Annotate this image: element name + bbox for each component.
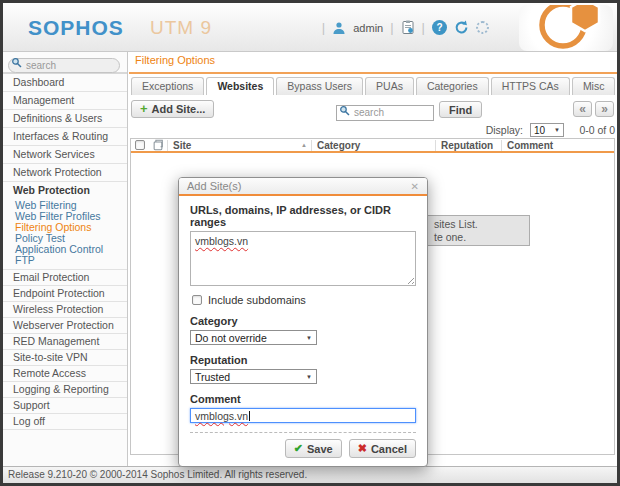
product-name: UTM 9 (150, 17, 212, 39)
reputation-label: Reputation (190, 354, 416, 366)
spinner-icon (476, 21, 489, 34)
sidebar-item-definitions-users[interactable]: Definitions & Users (3, 110, 127, 128)
add-site-button[interactable]: + Add Site... (131, 100, 214, 118)
sidebar-search-row (3, 52, 127, 74)
category-label: Category (190, 315, 416, 327)
sidebar-item-endpoint-protection[interactable]: Endpoint Protection (3, 286, 127, 302)
empty-state-line1: sites List. (434, 218, 529, 231)
sidebar-item-network-protection[interactable]: Network Protection (3, 164, 127, 182)
sidebar-item-logging-reporting[interactable]: Logging & Reporting (3, 382, 127, 398)
clipboard-icon[interactable] (148, 139, 167, 151)
tab-exceptions[interactable]: Exceptions (131, 77, 204, 95)
sidebar-search-input[interactable] (8, 58, 120, 73)
help-icon[interactable]: ? (432, 20, 447, 35)
sidebar-item-log-off[interactable]: Log off (3, 414, 127, 430)
header: SOPHOS UTM 9 | admin | | ? (3, 3, 617, 52)
header-actions: | admin | | ? (322, 3, 489, 52)
include-subdomains-label: Include subdomains (208, 294, 306, 306)
resize-handle[interactable] (407, 277, 414, 284)
tab-misc[interactable]: Misc (572, 77, 616, 95)
dropdown-arrow-icon: ▼ (554, 127, 560, 133)
sidebar: Dashboard Management Definitions & Users… (3, 52, 128, 466)
sidebar-item-interfaces-routing[interactable]: Interfaces & Routing (3, 128, 127, 146)
comment-value: vmblogs.vn (195, 410, 248, 422)
cancel-label: Cancel (371, 443, 407, 455)
accent-rule (129, 72, 617, 74)
search-icon (11, 57, 22, 68)
prev-page-button[interactable]: « (573, 101, 592, 117)
column-header-comment[interactable]: Comment (501, 140, 614, 151)
display-label: Display: (486, 124, 523, 136)
urls-label: URLs, domains, IP addresses, or CIDR ran… (190, 204, 416, 228)
table-search-input[interactable] (336, 105, 434, 121)
dialog-title: Add Site(s) (187, 180, 241, 192)
tab-bypass-users[interactable]: Bypass Users (276, 77, 363, 95)
tab-websites[interactable]: Websites (206, 77, 274, 95)
plus-icon: + (140, 104, 148, 114)
tab-puas[interactable]: PUAs (365, 77, 414, 95)
sidebar-item-ftp[interactable]: FTP (3, 255, 127, 266)
sidebar-item-webserver-protection[interactable]: Webserver Protection (3, 318, 127, 334)
tab-categories[interactable]: Categories (416, 77, 489, 95)
category-value: Do not override (195, 332, 267, 344)
select-all-checkbox[interactable] (135, 140, 145, 150)
sidebar-section-web-protection[interactable]: Web Protection (3, 182, 127, 200)
urls-textarea[interactable]: vmblogs.vn (190, 231, 416, 286)
user-icon (332, 21, 346, 35)
tab-https-cas[interactable]: HTTPS CAs (491, 77, 570, 95)
close-icon[interactable]: ✕ (411, 181, 419, 192)
result-range: 0-0 of 0 (571, 124, 615, 136)
column-header-reputation[interactable]: Reputation (435, 140, 501, 151)
empty-state-line2: te one. (434, 231, 529, 244)
sidebar-item-email-protection[interactable]: Email Protection (3, 270, 127, 286)
reputation-value: Trusted (195, 371, 230, 383)
search-icon (339, 105, 350, 116)
table-header-row: Site ▲ Category Reputation Comment (131, 139, 614, 153)
category-select[interactable]: Do not override ▼ (190, 330, 317, 345)
display-count-value: 10 (534, 125, 545, 136)
dialog-titlebar: Add Site(s) ✕ (179, 178, 427, 194)
check-icon: ✔ (294, 442, 303, 455)
divider: | (390, 20, 393, 35)
sidebar-item-support[interactable]: Support (3, 398, 127, 414)
sidebar-item-site-to-site-vpn[interactable]: Site-to-site VPN (3, 350, 127, 366)
include-subdomains-checkbox[interactable] (192, 295, 202, 305)
add-site-label: Add Site... (152, 103, 206, 115)
log-viewer-icon[interactable] (401, 20, 415, 35)
sidebar-item-remote-access[interactable]: Remote Access (3, 366, 127, 382)
refresh-icon[interactable] (454, 20, 469, 35)
sidebar-item-dashboard[interactable]: Dashboard (3, 74, 127, 92)
sophos-logo-text: SOPHOS (28, 16, 124, 40)
sophos-shield-logo (519, 5, 613, 51)
text-caret (249, 411, 250, 421)
column-header-category[interactable]: Category (311, 140, 435, 151)
comment-input[interactable]: vmblogs.vn (190, 408, 416, 423)
dropdown-arrow-icon: ▼ (306, 335, 312, 341)
release-info: Release 9.210-20 © 2000-2014 Sophos Limi… (8, 469, 307, 480)
column-header-site[interactable]: Site ▲ (167, 140, 311, 151)
add-site-dialog: Add Site(s) ✕ URLs, domains, IP addresse… (178, 177, 428, 467)
sidebar-item-red-management[interactable]: RED Management (3, 334, 127, 350)
page-title: Filtering Options (135, 54, 215, 66)
sidebar-item-network-services[interactable]: Network Services (3, 146, 127, 164)
find-button[interactable]: Find (439, 101, 482, 118)
sort-asc-icon: ▲ (301, 140, 307, 151)
dropdown-arrow-icon: ▼ (306, 374, 312, 380)
username: admin (353, 22, 383, 34)
web-protection-submenu: Web Filtering Web Filter Profiles Filter… (3, 200, 127, 270)
tab-bar: Exceptions Websites Bypass Users PUAs Ca… (131, 77, 615, 95)
sidebar-item-management[interactable]: Management (3, 92, 127, 110)
divider: | (422, 20, 425, 35)
sidebar-item-wireless-protection[interactable]: Wireless Protection (3, 302, 127, 318)
comment-label: Comment (190, 393, 416, 405)
save-button[interactable]: ✔ Save (285, 439, 342, 458)
display-count-select[interactable]: 10 ▼ (530, 123, 564, 137)
save-label: Save (307, 443, 333, 455)
status-bar: Release 9.210-20 © 2000-2014 Sophos Limi… (3, 466, 617, 483)
reputation-select[interactable]: Trusted ▼ (190, 369, 317, 384)
app-window: SOPHOS UTM 9 | admin | | ? (0, 0, 620, 486)
urls-value: vmblogs.vn (195, 235, 248, 247)
pager: Display: 10 ▼ 0-0 of 0 (486, 123, 615, 137)
cancel-button[interactable]: ✖ Cancel (349, 439, 416, 458)
next-page-button[interactable]: » (595, 101, 614, 117)
